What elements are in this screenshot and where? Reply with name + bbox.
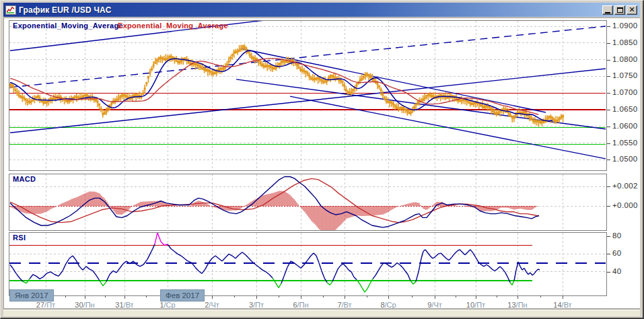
axis-label: 60	[612, 249, 622, 257]
date-label: 27/Пт	[36, 301, 55, 309]
time-axis-minor-tick	[65, 295, 66, 297]
date-label: 13/Пн	[507, 301, 527, 309]
time-axis-tick	[212, 295, 213, 299]
time-axis-minor-tick	[540, 295, 541, 297]
axis-label: 80	[612, 232, 622, 240]
time-axis-minor-tick	[367, 295, 367, 297]
date-label: 3/Пт	[249, 301, 264, 309]
date-label: 30/Пн	[75, 301, 94, 309]
month-badge: Фев 2017	[160, 289, 205, 302]
macd-panel[interactable]: MACD	[9, 174, 607, 231]
time-axis-minor-tick	[105, 295, 106, 297]
month-badge: Янв 2017	[9, 289, 54, 302]
ema-blue-label: Exponential_Moving_Average	[13, 22, 123, 30]
app-window: График EUR /USD ЧАС ✕ Exponential_Moving…	[0, 0, 644, 319]
time-axis-minor-tick	[497, 295, 497, 297]
time-axis-tick	[124, 295, 125, 299]
time-axis-minor-tick	[412, 295, 413, 297]
time-axis-tick	[388, 295, 389, 299]
date-label: 31/Вт	[115, 301, 133, 309]
rsi-panel[interactable]: RSI	[9, 232, 607, 296]
time-axis-tick	[563, 295, 563, 299]
axis-tick	[607, 236, 610, 237]
macd-label: MACD	[13, 175, 36, 183]
time-axis-minor-tick	[279, 295, 279, 297]
rsi-axis: 806040	[607, 1, 642, 319]
chart-icon	[5, 5, 16, 15]
date-label: 9/Чт	[427, 301, 442, 309]
date-label: 14/Вт	[553, 301, 571, 309]
date-label: 10/Пт	[466, 301, 485, 309]
axis-tick	[607, 254, 610, 254]
time-axis-tick	[301, 295, 301, 299]
price-panel[interactable]: Exponential_Moving_Average Exponential_M…	[9, 20, 607, 171]
date-label: 1/Ср	[159, 301, 175, 309]
time-axis-tick	[85, 295, 85, 299]
bottom-strip	[3, 310, 640, 316]
time-axis-tick	[476, 295, 476, 299]
time-axis-tick	[345, 295, 345, 299]
date-label: 2/Чт	[205, 301, 219, 309]
date-label: 6/Пн	[293, 301, 308, 309]
ema-red-label: Exponential_Moving_Average	[118, 22, 228, 30]
time-axis-minor-tick	[456, 295, 456, 297]
rsi-label: RSI	[13, 234, 26, 242]
date-label: 7/Вт	[337, 301, 351, 309]
time-axis-tick	[517, 295, 518, 299]
date-label: 8/Ср	[380, 301, 396, 309]
window-title: График EUR /USD ЧАС	[19, 5, 602, 15]
time-axis-minor-tick	[323, 295, 324, 297]
time-axis-minor-tick	[234, 295, 235, 297]
time-axis-tick	[435, 295, 435, 299]
title-bar[interactable]: График EUR /USD ЧАС ✕	[3, 3, 640, 17]
time-axis-minor-tick	[146, 295, 147, 297]
axis-tick	[607, 272, 610, 273]
axis-label: 40	[612, 267, 622, 275]
time-axis-tick	[256, 295, 257, 299]
